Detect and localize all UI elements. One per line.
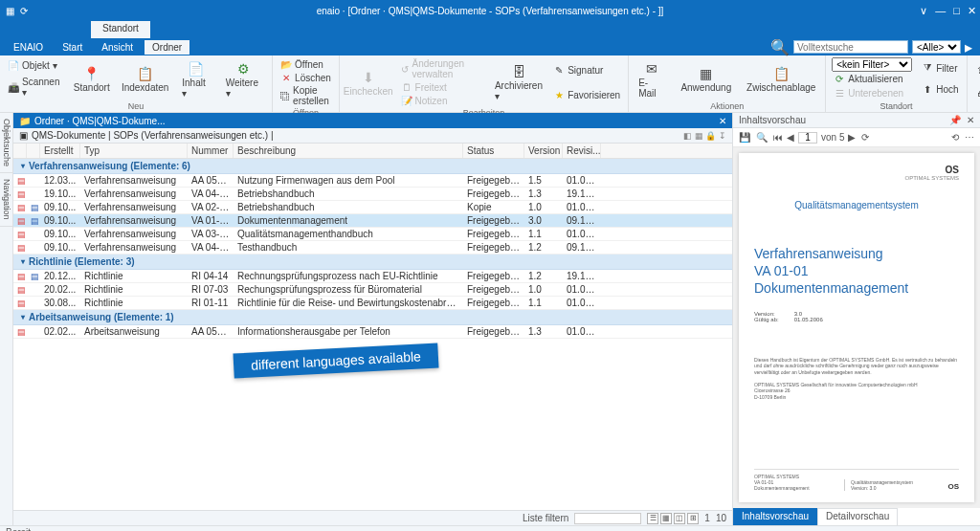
table-row[interactable]: ▤09.10...VerfahrensanweisungVA 03-01Qual… (13, 228, 732, 241)
scan-button[interactable]: 📠Scannen ▾ (6, 76, 64, 99)
document-list[interactable]: Erstellt Typ Nummer Beschreibung Status … (13, 144, 732, 510)
preview-page-of: von 5 (821, 132, 844, 143)
preview-refresh-icon[interactable]: ⟳ (861, 132, 869, 143)
bottom-bar: Bereit (0, 525, 980, 531)
menu-ansicht[interactable]: Ansicht (94, 40, 141, 55)
weitere-button[interactable]: ⚙Weitere ▾ (222, 57, 266, 100)
col-beschreibung[interactable]: Beschreibung (234, 144, 463, 158)
group-header[interactable]: ▾Richtlinie (Elemente: 3) (13, 254, 732, 270)
minimize-button[interactable]: — (935, 5, 946, 16)
preview-page: OS OPTIMAL SYSTEMS Qualitätsmanagementsy… (739, 153, 974, 502)
breadcrumb[interactable]: ▣ QMS-Dokumente | SOPs (Verfahrensanweis… (13, 128, 732, 144)
pdf-icon: ▤ (17, 175, 27, 186)
filter-input[interactable] (574, 513, 641, 524)
search-icon[interactable]: 🔍 (770, 38, 790, 56)
freitext-button: 🗒Freitext (399, 80, 486, 94)
table-row[interactable]: ▤▤09.10...VerfahrensanweisungVA 02-01Bet… (13, 201, 732, 214)
pdf-icon: ▤ (17, 202, 27, 212)
export-button[interactable]: ⇪Exportieren ▾ (973, 59, 980, 82)
table-row[interactable]: ▤20.02...RichtlinieRI 07-03Rechungsprüfu… (13, 283, 732, 297)
menu-enaio[interactable]: ENAIO (6, 40, 51, 55)
view1-icon[interactable]: ☰ (647, 513, 658, 524)
menu-ordner[interactable]: Ordner (145, 40, 189, 55)
table-row[interactable]: ▤12.03...VerfahrensanweisungAA 05-05Nutz… (13, 174, 732, 188)
table-row[interactable]: ▤02.02...ArbeitsanweisungAA 05-03Informa… (13, 325, 732, 339)
close-button[interactable]: ✕ (968, 5, 976, 17)
pdf-icon: ▤ (17, 271, 27, 281)
standort-button[interactable]: 📍Standort (72, 57, 113, 100)
table-row[interactable]: ▤▤20.12...RichtlinieRI 04-14Rechnungsprü… (13, 270, 732, 283)
up-button[interactable]: ⬆Hoch (920, 83, 960, 97)
table-row[interactable]: ▤▤09.10...VerfahrensanweisungVA 01-01Dok… (13, 214, 732, 228)
indexdaten-button[interactable]: 📋Indexdaten (120, 57, 170, 100)
email-button[interactable]: ✉E-Mail (635, 57, 669, 100)
filter-button[interactable]: ⧩Filter (920, 61, 960, 75)
col-nummer[interactable]: Nummer (188, 144, 234, 158)
menu-start[interactable]: Start (55, 40, 90, 55)
preview-title: Inhaltsvorschau (739, 115, 806, 125)
favorite-button[interactable]: ★Favorisieren (551, 88, 622, 101)
refresh-button[interactable]: ⟳Aktualisieren (832, 73, 912, 86)
word-icon: ▤ (31, 202, 40, 212)
preview-next-icon[interactable]: ▶ (848, 132, 856, 143)
fulltext-search-input[interactable] (793, 40, 908, 54)
preview-more-icon[interactable]: ⋯ (965, 132, 974, 143)
col-revisi[interactable]: Revisi... (563, 144, 601, 158)
copy-button[interactable]: ⿻Kopie erstellen (278, 84, 333, 107)
anwendung-button[interactable]: ▦Anwendung (677, 57, 735, 100)
open-button[interactable]: 📂Öffnen (278, 57, 333, 71)
page-num: 1 (704, 513, 710, 523)
preview-zoom-icon[interactable]: 🔍 (756, 132, 768, 143)
preview-page-input[interactable] (798, 132, 817, 144)
preview-pin-icon[interactable]: 📌 (949, 115, 961, 125)
doc-qms-title: Qualitätsmanagementsystem (754, 200, 959, 210)
view2-icon[interactable]: ▦ (660, 513, 672, 524)
side-tab-navigation[interactable]: Navigation (0, 173, 12, 227)
pdf-icon: ▤ (17, 326, 27, 337)
notizen-button: 📝Notizen (399, 94, 486, 107)
print-button[interactable]: 🖨Drucken (973, 85, 980, 99)
signatur-button[interactable]: ✎Signatur (551, 63, 622, 77)
group-header[interactable]: ▾Verfahrensanweisung (Elemente: 6) (13, 159, 732, 174)
inhalt-button[interactable]: 📄Inhalt ▾ (178, 57, 213, 100)
ribbon-group-export: Exportieren (973, 100, 980, 112)
col-erstellt[interactable]: Erstellt (40, 144, 80, 158)
preview-close-icon[interactable]: ✕ (967, 115, 974, 125)
preview-rotate-icon[interactable]: ⟲ (951, 132, 959, 143)
search-go-icon[interactable]: ▸ (965, 38, 972, 56)
filter-select[interactable]: <kein Filter> (832, 57, 912, 72)
table-row[interactable]: ▤30.08...RichtlinieRI 01-11Richtlinie fü… (13, 297, 732, 310)
view3-icon[interactable]: ◫ (674, 513, 685, 524)
table-row[interactable]: ▤19.10...VerfahrensanweisungVA 04-04Betr… (13, 188, 732, 201)
preview-tab-detail[interactable]: Detailvorschau (817, 508, 898, 525)
path-bar: 📁 Ordner · QMS|QMS-Dokume... ✕ (13, 113, 732, 128)
search-scope-select[interactable]: <Alle> (912, 40, 961, 54)
ribbon-group-aktionen: Aktionen (635, 100, 819, 112)
preview-tab-inhalt[interactable]: Inhaltsvorschau (733, 508, 817, 525)
context-tab-standort[interactable]: Standort (91, 21, 150, 38)
preview-first-icon[interactable]: ⏮ (773, 132, 783, 143)
maximize-button[interactable]: □ (953, 5, 960, 16)
clipboard-button[interactable]: 📋Zwischenablage (743, 57, 819, 100)
new-object-button[interactable]: 📄Objekt ▾ (6, 59, 64, 73)
col-typ[interactable]: Typ (80, 144, 188, 158)
group-header[interactable]: ▾Arbeitsanweisung (Elemente: 1) (13, 310, 732, 325)
col-version[interactable]: Version (524, 144, 563, 158)
dropdown-icon[interactable]: ∨ (920, 5, 927, 17)
path-close-icon[interactable]: ✕ (719, 116, 726, 126)
doc-h1a: Verfahrensanweisung (754, 245, 959, 262)
breadcrumb-text: QMS-Dokumente | SOPs (Verfahrensanweisun… (32, 130, 274, 141)
table-row[interactable]: ▤09.10...VerfahrensanweisungVA 04-02Test… (13, 241, 732, 254)
preview-prev-icon[interactable]: ◀ (787, 132, 794, 143)
side-tab-objektsuche[interactable]: Objektsuche (0, 113, 12, 173)
qat-refresh-icon[interactable]: ⟳ (20, 6, 28, 16)
delete-button[interactable]: ✕Löschen (278, 71, 333, 84)
archive-button[interactable]: 🗄Archivieren ▾ (494, 57, 544, 107)
preview-save-icon[interactable]: 💾 (739, 132, 750, 143)
view4-icon[interactable]: ⊞ (687, 513, 699, 524)
changes-button: ↺Änderungen verwalten (399, 57, 486, 80)
ribbon: 📄Objekt ▾ 📠Scannen ▾ 📍Standort 📋Indexdat… (0, 55, 980, 113)
col-status[interactable]: Status (463, 144, 524, 158)
list-footer: Liste filtern ☰ ▦ ◫ ⊞ 1 10 (13, 510, 732, 525)
word-icon: ▤ (31, 271, 40, 281)
